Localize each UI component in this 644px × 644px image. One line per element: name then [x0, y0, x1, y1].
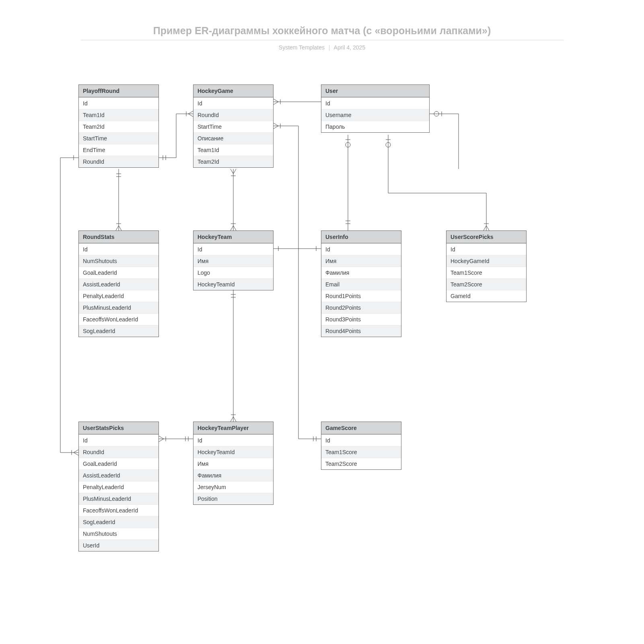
entity-field: GameId [446, 290, 526, 302]
entity-title: HockeyTeam [193, 231, 273, 243]
entity-user[interactable]: User Id Username Пароль [321, 84, 430, 133]
entity-field: HockeyTeamId [193, 446, 273, 458]
entity-field: Logo [193, 267, 273, 278]
entity-field: RoundId [193, 109, 273, 121]
entity-field: Round4Points [321, 325, 401, 337]
entity-field: Round2Points [321, 302, 401, 313]
entity-field: NumShutouts [79, 255, 158, 267]
entity-field: Id [79, 243, 158, 255]
entity-field: SogLeaderId [79, 325, 158, 337]
svg-point-51 [434, 111, 439, 116]
svg-line-32 [230, 417, 233, 422]
entity-field: RoundId [79, 446, 158, 458]
entity-field: StartTime [193, 121, 273, 132]
entity-title: HockeyTeamPlayer [193, 422, 273, 434]
entity-userscorepicks[interactable]: UserScorePicks Id HockeyGameId Team1Scor… [446, 230, 527, 302]
entity-field: Team1Score [321, 446, 401, 458]
entity-userinfo[interactable]: UserInfo Id Имя Фамилия Email Round1Poin… [321, 230, 401, 337]
entity-field: FaceoffsWonLeaderId [79, 313, 158, 325]
svg-line-22 [274, 126, 278, 129]
svg-point-47 [386, 142, 391, 147]
entity-field: AssistLeaderId [79, 278, 158, 290]
entity-field: Id [446, 243, 526, 255]
svg-line-12 [230, 169, 233, 174]
svg-line-55 [74, 453, 78, 455]
entity-field: Фамилия [321, 267, 401, 278]
entity-gamescore[interactable]: GameScore Id Team1Score Team2Score [321, 422, 401, 470]
svg-point-43 [346, 142, 350, 147]
svg-line-21 [274, 123, 278, 126]
svg-line-16 [230, 226, 233, 230]
entity-field: GoalLeaderId [79, 458, 158, 469]
entity-field: HockeyTeamId [193, 278, 273, 290]
entity-field: Пароль [321, 121, 429, 132]
svg-line-37 [159, 439, 164, 442]
svg-line-54 [74, 450, 78, 453]
entity-field: Position [193, 493, 273, 504]
entity-title: UserInfo [321, 231, 401, 243]
entity-roundstats[interactable]: RoundStats Id NumShutouts GoalLeaderId A… [78, 230, 159, 337]
entity-field: PenaltyLeaderId [79, 481, 158, 493]
entity-field: Round3Points [321, 313, 401, 325]
entity-field: Email [321, 278, 401, 290]
entity-field: Id [321, 434, 401, 446]
entity-field: Id [193, 97, 273, 109]
entity-field: Описание [193, 132, 273, 144]
entity-field: EndTime [79, 144, 158, 156]
entity-field: Id [79, 434, 158, 446]
entity-field: Id [79, 97, 158, 109]
entity-field: RoundId [79, 156, 158, 167]
entity-field: Фамилия [193, 469, 273, 481]
entity-title: UserStatsPicks [79, 422, 158, 434]
entity-field: Id [193, 243, 273, 255]
diagram-canvas: PlayoffRound Id Team1Id Team2Id StartTim… [0, 0, 644, 644]
entity-field: PlusMinusLeaderId [79, 302, 158, 313]
entity-field: Team2Id [79, 121, 158, 132]
entity-field: PenaltyLeaderId [79, 290, 158, 302]
entity-field: Имя [321, 255, 401, 267]
entity-title: User [321, 85, 429, 97]
svg-line-18 [274, 99, 278, 102]
svg-line-33 [233, 417, 236, 422]
entity-field: Team1Id [79, 109, 158, 121]
entity-hockeyteam[interactable]: HockeyTeam Id Имя Logo HockeyTeamId [193, 230, 274, 290]
entity-field: Team2Score [446, 278, 526, 290]
svg-line-49 [486, 226, 489, 230]
entity-field: NumShutouts [79, 528, 158, 539]
entity-field: Team2Score [321, 458, 401, 469]
entity-field: UserId [79, 539, 158, 551]
entity-field: Id [321, 243, 401, 255]
entity-field: Id [321, 97, 429, 109]
svg-line-17 [233, 226, 236, 230]
entity-field: FaceoffsWonLeaderId [79, 504, 158, 516]
entity-playoffround[interactable]: PlayoffRound Id Team1Id Team2Id StartTim… [78, 84, 159, 168]
entity-field: Team1Id [193, 144, 273, 156]
entity-field: Team2Id [193, 156, 273, 167]
entity-field: SogLeaderId [79, 516, 158, 528]
entity-field: StartTime [79, 132, 158, 144]
svg-line-8 [116, 226, 119, 230]
entity-title: UserScorePicks [446, 231, 526, 243]
entity-field: Имя [193, 458, 273, 469]
entity-hockeyteamplayer[interactable]: HockeyTeamPlayer Id HockeyTeamId Имя Фам… [193, 422, 274, 505]
svg-line-48 [484, 226, 486, 230]
entity-userstatspicks[interactable]: UserStatsPicks Id RoundId GoalLeaderId A… [78, 422, 159, 551]
entity-field: Round1Points [321, 290, 401, 302]
entity-field: Team1Score [446, 267, 526, 278]
entity-field: Имя [193, 255, 273, 267]
entity-hockeygame[interactable]: HockeyGame Id RoundId StartTime Описание… [193, 84, 274, 168]
entity-field: JerseyNum [193, 481, 273, 493]
entity-title: RoundStats [79, 231, 158, 243]
entity-field: Username [321, 109, 429, 121]
svg-line-9 [119, 226, 121, 230]
entity-field: GoalLeaderId [79, 267, 158, 278]
entity-title: GameScore [321, 422, 401, 434]
entity-field: PlusMinusLeaderId [79, 493, 158, 504]
svg-line-36 [159, 436, 164, 439]
entity-field: AssistLeaderId [79, 469, 158, 481]
entity-title: PlayoffRound [79, 85, 158, 97]
svg-line-19 [274, 102, 278, 105]
svg-line-2 [188, 111, 193, 114]
entity-field: Id [193, 434, 273, 446]
entity-title: HockeyGame [193, 85, 273, 97]
